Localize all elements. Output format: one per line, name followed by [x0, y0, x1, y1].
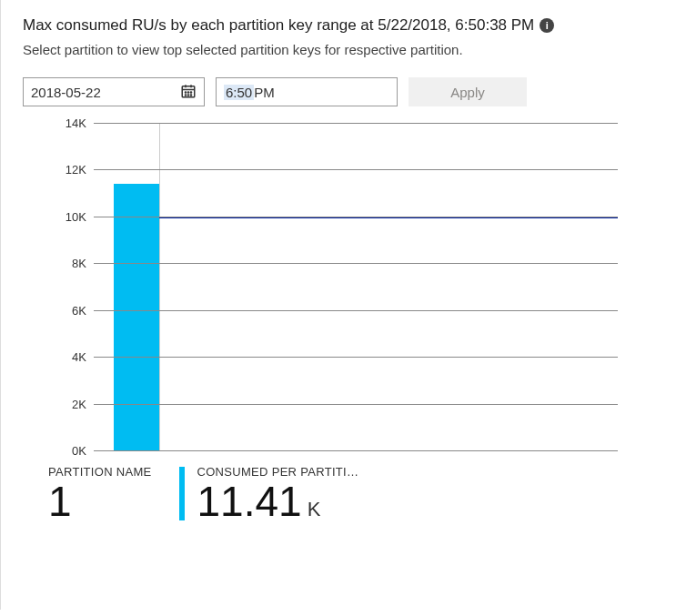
- chart-bar[interactable]: [114, 184, 159, 450]
- consumed-number: 11.41: [197, 480, 302, 522]
- time-input[interactable]: 6:50 PM: [216, 77, 398, 106]
- time-suffix: PM: [254, 85, 275, 100]
- svg-point-8: [187, 94, 188, 95]
- gridline: [94, 169, 618, 170]
- gridline: [94, 357, 618, 358]
- metrics-panel: Max consumed RU/s by each partition key …: [0, 0, 667, 610]
- gridline: [94, 217, 618, 217]
- svg-point-5: [187, 91, 188, 92]
- y-tick-label: 0K: [32, 444, 86, 458]
- date-input[interactable]: 2018-05-22: [23, 77, 205, 106]
- svg-point-6: [190, 91, 191, 92]
- apply-button[interactable]: Apply: [409, 77, 527, 106]
- chart-divider: [159, 123, 160, 450]
- title-row: Max consumed RU/s by each partition key …: [23, 16, 645, 35]
- partition-name-value: 1: [48, 480, 152, 522]
- chart-area: 0K2K4K6K8K10K12K14K: [23, 123, 645, 450]
- gridline: [94, 263, 618, 264]
- y-tick-label: 8K: [32, 257, 86, 270]
- y-tick-label: 12K: [32, 163, 86, 177]
- summary-partition-name: PARTITION NAME 1: [48, 465, 152, 522]
- summary-row: PARTITION NAME 1 CONSUMED PER PARTITI… 1…: [23, 465, 645, 522]
- summary-consumed: CONSUMED PER PARTITI… 11.41 K: [188, 465, 359, 522]
- calendar-icon[interactable]: [180, 83, 197, 102]
- time-value: 6:50: [224, 85, 254, 100]
- y-tick-label: 4K: [32, 350, 86, 364]
- panel-subtitle: Select partition to view top selected pa…: [23, 42, 645, 57]
- accent-bar: [179, 467, 185, 520]
- gridline: [94, 310, 618, 311]
- svg-point-7: [185, 94, 186, 95]
- date-value: 2018-05-22: [31, 85, 101, 100]
- gridline: [94, 404, 618, 405]
- consumed-label: CONSUMED PER PARTITI…: [197, 465, 359, 479]
- y-tick-label: 14K: [32, 116, 86, 130]
- y-tick-label: 10K: [32, 209, 86, 223]
- info-icon[interactable]: i: [540, 18, 554, 33]
- svg-point-4: [185, 91, 186, 92]
- gridline: [94, 450, 618, 451]
- consumed-value: 11.41 K: [197, 480, 359, 522]
- panel-title: Max consumed RU/s by each partition key …: [23, 16, 534, 35]
- partition-name-label: PARTITION NAME: [48, 465, 152, 479]
- consumed-suffix: K: [308, 500, 321, 520]
- y-tick-label: 2K: [32, 397, 86, 410]
- controls-row: 2018-05-22 6:50 PM Apply: [23, 77, 645, 106]
- y-tick-label: 6K: [32, 303, 86, 317]
- gridline: [94, 123, 618, 124]
- svg-point-9: [190, 94, 191, 95]
